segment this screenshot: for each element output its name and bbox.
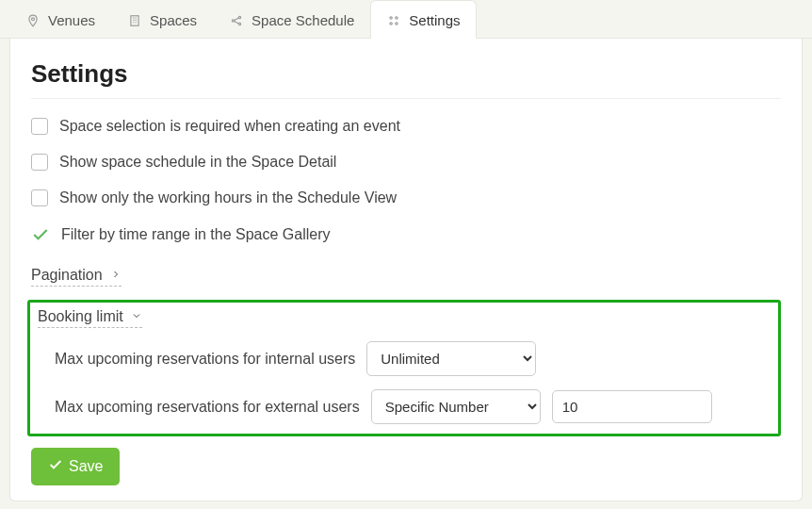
tab-settings-label: Settings [409, 12, 460, 28]
tab-spaces[interactable]: Spaces [111, 0, 213, 38]
settings-panel: Settings Space selection is required whe… [9, 39, 803, 501]
svg-point-8 [396, 22, 398, 24]
settings-icon [386, 13, 401, 28]
tab-venues[interactable]: Venues [9, 0, 111, 38]
booking-limit-highlight: Booking limit Max upcoming reservations … [27, 300, 781, 436]
external-users-select[interactable]: Unlimited Specific Number [371, 389, 541, 424]
chevron-right-icon [110, 267, 122, 284]
tab-settings[interactable]: Settings [370, 0, 476, 39]
page-title: Settings [31, 59, 781, 89]
option-label: Filter by time range in the Space Galler… [61, 226, 330, 243]
tab-schedule-label: Space Schedule [252, 12, 354, 28]
internal-users-select[interactable]: Unlimited Specific Number [366, 341, 536, 376]
booking-limit-label: Booking limit [38, 308, 123, 325]
booking-limit-section[interactable]: Booking limit [38, 308, 142, 328]
internal-users-row: Max upcoming reservations for internal u… [55, 341, 771, 376]
check-icon [48, 457, 63, 476]
pin-icon [25, 13, 41, 28]
internal-users-label: Max upcoming reservations for internal u… [55, 351, 355, 368]
svg-point-2 [232, 19, 234, 21]
save-button-label: Save [69, 458, 103, 475]
save-button[interactable]: Save [31, 448, 120, 485]
divider [31, 98, 781, 99]
check-icon [31, 225, 50, 244]
option-show-working-hours: Show only the working hours in the Sched… [31, 189, 781, 206]
tab-spaces-label: Spaces [150, 12, 197, 28]
svg-point-5 [390, 16, 392, 18]
svg-point-4 [238, 23, 240, 25]
tab-space-schedule[interactable]: Space Schedule [213, 0, 370, 38]
svg-point-7 [390, 22, 392, 24]
tab-venues-label: Venues [48, 12, 95, 28]
svg-rect-1 [131, 15, 138, 25]
external-users-label: Max upcoming reservations for external u… [55, 399, 360, 416]
option-space-selection-required: Space selection is required when creatin… [31, 118, 781, 135]
chevron-down-icon [131, 308, 142, 325]
share-icon [229, 13, 244, 28]
option-label: Show only the working hours in the Sched… [59, 189, 397, 206]
svg-point-0 [32, 17, 35, 20]
svg-point-3 [238, 16, 240, 18]
option-filter-time-range: Filter by time range in the Space Galler… [31, 225, 781, 244]
pagination-label: Pagination [31, 267, 103, 284]
checkbox-working-hours[interactable] [31, 189, 48, 206]
checkbox-show-schedule[interactable] [31, 154, 48, 171]
svg-point-6 [396, 16, 398, 18]
external-users-row: Max upcoming reservations for external u… [55, 389, 771, 424]
tab-bar: Venues Spaces Space Schedule Settings [0, 0, 812, 39]
option-label: Space selection is required when creatin… [59, 118, 400, 135]
external-users-number-input[interactable] [552, 390, 712, 423]
option-label: Show space schedule in the Space Detail [59, 154, 336, 171]
option-show-space-schedule: Show space schedule in the Space Detail [31, 154, 781, 171]
building-icon [127, 13, 142, 28]
pagination-section[interactable]: Pagination [31, 267, 122, 287]
checkbox-space-selection[interactable] [31, 118, 48, 135]
